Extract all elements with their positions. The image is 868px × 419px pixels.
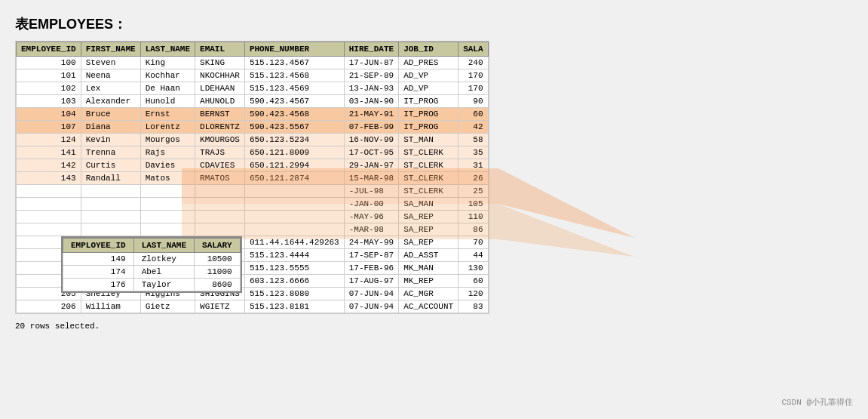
- table-row: 103AlexanderHunoldAHUNOLD590.423.456703-…: [17, 95, 489, 108]
- table-row: -JUL-98ST_CLERK25: [17, 185, 489, 198]
- table-row: 141TrennaRajsTRAJS650.121.800917-OCT-95S…: [17, 146, 489, 159]
- table-row: 149Zlotkey10500: [63, 253, 241, 266]
- table-row: 176Taylor8600: [63, 279, 241, 291]
- table-row: -MAR-98SA_REP86: [17, 223, 489, 236]
- col-header-email: EMAIL: [195, 42, 245, 57]
- table-row: 174Abel11000: [63, 266, 241, 279]
- table-row: 206WilliamGietzWGIETZ515.123.818107-JUN-…: [17, 300, 489, 313]
- table-row: 104BruceErnstBERNST590.423.456821-MAY-91…: [17, 108, 489, 121]
- overlay-col-employee-id: EMPLOYEE_ID: [63, 239, 134, 253]
- col-header-employee-id: EMPLOYEE_ID: [17, 42, 81, 57]
- page-title: 表EMPLOYEES：: [15, 15, 853, 33]
- watermark: CSDN @小孔靠得住: [781, 396, 853, 408]
- col-header-job-id: JOB_ID: [399, 42, 459, 57]
- table-row: 102LexDe HaanLDEHAAN515.123.456913-JAN-9…: [17, 82, 489, 95]
- main-content: EMPLOYEE_ID FIRST_NAME LAST_NAME EMAIL P…: [15, 41, 489, 314]
- col-header-hire-date: HIRE_DATE: [344, 42, 398, 57]
- table-row: 107DianaLorentzDLORENTZ590.423.556707-FE…: [17, 121, 489, 134]
- col-header-last-name: LAST_NAME: [140, 42, 195, 57]
- col-header-phone: PHONE_NUMBER: [244, 42, 344, 57]
- subquery-result-table: EMPLOYEE_ID LAST_NAME SALARY 149Zlotkey1…: [61, 236, 242, 293]
- overlay-col-last-name: LAST_NAME: [133, 239, 194, 253]
- title-english: EMPLOYEES：: [29, 17, 127, 32]
- table-row: 124KevinMourgosKMOURGOS650.123.523416-NO…: [17, 134, 489, 146]
- table-row: 101NeenaKochharNKOCHHAR515.123.456821-SE…: [17, 69, 489, 82]
- table-row: 100StevenKingSKING515.123.456717-JUN-87A…: [17, 57, 489, 69]
- row-count-footer: 20 rows selected.: [15, 322, 853, 331]
- overlay-col-salary: SALARY: [195, 239, 241, 253]
- title-chinese: 表: [15, 17, 29, 32]
- col-header-salary: SALA: [459, 42, 488, 57]
- col-header-first-name: FIRST_NAME: [81, 42, 140, 57]
- table-row: 142CurtisDaviesCDAVIES650.121.299429-JAN…: [17, 159, 489, 172]
- table-row: 143RandallMatosRMATOS650.121.287415-MAR-…: [17, 172, 489, 185]
- table-row: -MAY-96SA_REP110: [17, 211, 489, 223]
- table-row: -JAN-00SA_MAN105: [17, 198, 489, 211]
